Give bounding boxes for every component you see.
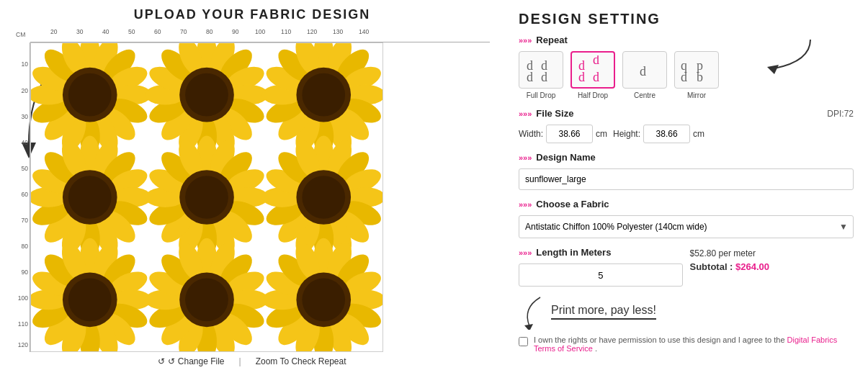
svg-text:d: d: [681, 70, 687, 84]
ruler-top-100: 100: [255, 28, 265, 35]
file-size-label: File Size: [536, 108, 573, 119]
file-size-chevron-icon: »»»: [519, 109, 532, 118]
pricing-section: $52.80 per meter Subtotal : $264.00: [690, 247, 854, 272]
height-label: Height:: [613, 129, 640, 139]
height-input[interactable]: [643, 125, 690, 143]
full-drop-label: Full Drop: [527, 91, 556, 99]
svg-point-72: [68, 176, 112, 219]
ruler-left-10: 10: [22, 60, 28, 68]
height-unit: cm: [693, 129, 704, 139]
centre-box[interactable]: d: [622, 51, 667, 89]
svg-text:d: d: [593, 70, 599, 84]
length-label: Length in Meters: [536, 247, 611, 258]
svg-point-18: [68, 73, 112, 117]
repeat-option-full-drop[interactable]: d d d d Full Drop: [519, 51, 563, 99]
ruler-left-100: 100: [18, 294, 28, 302]
zoom-check-button[interactable]: Zoom To Check Repeat: [256, 356, 346, 366]
ruler-left-110: 110: [18, 320, 28, 328]
design-name-input[interactable]: [519, 168, 854, 190]
ruler-top-60: 60: [154, 28, 161, 35]
v-ruler: 10 20 30 40 50 60 70 80 90 100 110 120: [14, 42, 30, 352]
change-file-button[interactable]: ↺ ↺ Change File: [158, 356, 224, 366]
length-chevron-icon: »»»: [519, 248, 532, 257]
promo-section: Print more, pay less!: [519, 294, 854, 330]
width-group: Width: cm: [519, 125, 607, 143]
ruler-top-90: 90: [232, 28, 238, 35]
width-label: Width:: [519, 129, 543, 139]
length-header: »»» Length in Meters: [519, 247, 683, 258]
ruler-top-120: 120: [307, 28, 317, 35]
design-name-header: »»» Design Name: [519, 152, 854, 163]
ruler-top-30: 30: [76, 28, 83, 35]
repeat-option-half-drop[interactable]: d d d d Half Drop: [571, 51, 615, 99]
terms-row: I own the rights or have permission to u…: [519, 335, 854, 353]
full-drop-box[interactable]: d d d d: [519, 51, 563, 89]
repeat-option-centre[interactable]: d Centre: [622, 51, 667, 99]
ruler-left-80: 80: [22, 243, 28, 250]
left-panel: UPLOAD YOUR FABRIC DESIGN CM 20 30 40 50…: [0, 0, 504, 383]
svg-point-162: [302, 278, 345, 321]
terms-checkbox[interactable]: [519, 337, 528, 346]
choose-fabric-chevron-icon: »»»: [519, 200, 532, 209]
ruler-left-20: 20: [22, 87, 28, 94]
cm-label: CM: [16, 31, 25, 38]
subtotal-row: Subtotal : $264.00: [690, 261, 854, 272]
svg-text:d: d: [593, 55, 599, 67]
promo-arrow-icon: [519, 294, 547, 330]
svg-text:d: d: [640, 64, 646, 78]
file-size-header: »»» File Size: [519, 108, 573, 119]
length-input[interactable]: [519, 263, 683, 287]
fabric-preview: [30, 42, 383, 352]
fabric-select[interactable]: Antistatic Chiffon 100% Polyester (140cm…: [519, 215, 854, 238]
repeat-chevron-icon: »»»: [519, 36, 532, 45]
preview-row: 10 20 30 40 50 60 70 80 90 100 110 120: [14, 42, 490, 352]
choose-fabric-header: »»» Choose a Fabric: [519, 199, 854, 209]
ruler-top-20: 20: [50, 28, 57, 35]
length-pricing-row: »»» Length in Meters $52.80 per meter Su…: [519, 247, 854, 287]
ruler-top-80: 80: [206, 28, 212, 35]
repeat-option-mirror[interactable]: q p d b Mirror: [674, 51, 719, 99]
ruler-left-120: 120: [18, 341, 28, 348]
svg-marker-177: [524, 324, 533, 330]
svg-text:d: d: [527, 70, 533, 84]
upload-title: UPLOAD YOUR FABRIC DESIGN: [14, 7, 490, 22]
subtotal-label: Subtotal :: [690, 261, 733, 272]
change-file-label: ↺ Change File: [168, 356, 224, 366]
design-title: DESIGN SETTING: [519, 11, 854, 27]
ruler-left-90: 90: [22, 269, 28, 276]
width-unit: cm: [596, 129, 607, 139]
h-ruler: CM 20 30 40 50 60 70 80 90 100 110 120 1…: [30, 28, 490, 42]
ruler-top-70: 70: [180, 28, 187, 35]
ruler-top-130: 130: [333, 28, 343, 35]
half-drop-box[interactable]: d d d d: [571, 51, 615, 89]
svg-point-90: [185, 176, 228, 219]
design-name-chevron-icon: »»»: [519, 153, 532, 162]
size-inputs: Width: cm Height: cm: [519, 125, 854, 143]
ruler-left-60: 60: [22, 191, 28, 198]
ruler-left-40: 40: [22, 139, 28, 146]
width-input[interactable]: [546, 125, 593, 143]
fabric-select-wrapper: Antistatic Chiffon 100% Polyester (140cm…: [519, 215, 854, 238]
separator: |: [239, 356, 241, 366]
svg-point-36: [185, 73, 228, 117]
ruler-left-70: 70: [22, 217, 28, 224]
svg-point-54: [302, 73, 345, 117]
price-per-meter: $52.80 per meter: [690, 247, 854, 258]
svg-point-108: [302, 176, 345, 219]
ruler-left-50: 50: [22, 165, 28, 172]
height-group: Height: cm: [613, 125, 704, 143]
ruler-top-50: 50: [128, 28, 135, 35]
centre-label: Centre: [634, 91, 656, 99]
mirror-box[interactable]: q p d b: [674, 51, 719, 89]
terms-text: I own the rights or have permission to u…: [534, 335, 854, 353]
length-section: »»» Length in Meters: [519, 247, 683, 287]
half-drop-label: Half Drop: [578, 91, 608, 99]
design-name-label: Design Name: [536, 152, 595, 163]
arrow-right-annotation: [753, 32, 825, 76]
bottom-controls: ↺ ↺ Change File | Zoom To Check Repeat: [14, 356, 490, 366]
refresh-icon: ↺: [158, 356, 165, 366]
repeat-section-label: Repeat: [536, 35, 567, 45]
svg-point-144: [185, 278, 228, 321]
ruler-top-110: 110: [281, 28, 291, 35]
svg-point-126: [68, 278, 112, 321]
